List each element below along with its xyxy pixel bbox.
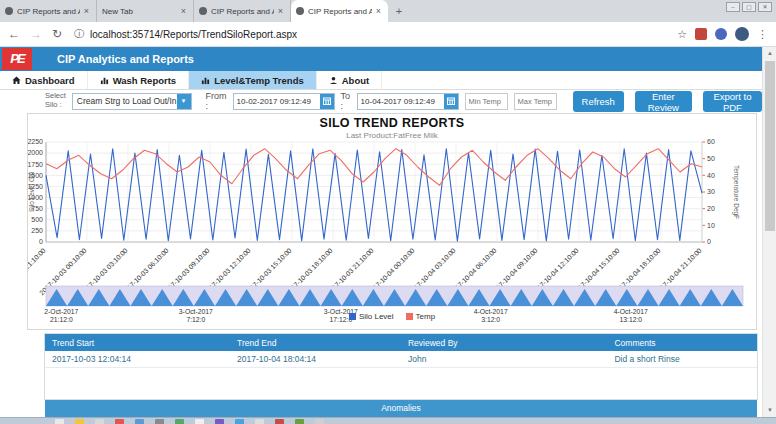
maximize-icon[interactable]: ▢ xyxy=(742,2,756,12)
taskbar-app-icon[interactable] xyxy=(235,419,244,424)
person-icon xyxy=(329,76,338,85)
filter-controls: Select Silo : Cream Strg to Load Out/In … xyxy=(0,90,762,112)
chart-panel: SILO TREND REPORTS Last Product:FatFree … xyxy=(27,113,757,330)
nav-tab-about[interactable]: About xyxy=(317,71,382,89)
taskbar-app-icon[interactable] xyxy=(255,419,264,424)
to-date-field[interactable] xyxy=(357,93,459,110)
from-date-input[interactable] xyxy=(234,97,320,106)
taskbar-app-icon[interactable] xyxy=(215,419,224,424)
browser-toolbar: ← → ↻ ⓘ localhost:35714/Reports/TrendSil… xyxy=(0,22,776,47)
legend-label: Silo Level xyxy=(359,312,394,321)
to-date-input[interactable] xyxy=(358,97,444,106)
page-scrollbar[interactable]: ▲ ▼ xyxy=(762,47,776,417)
bookmark-star-icon[interactable]: ☆ xyxy=(677,28,687,41)
chevron-down-icon[interactable]: ▼ xyxy=(177,94,191,109)
taskbar-app-icon[interactable] xyxy=(135,419,144,424)
from-label: From : xyxy=(206,91,227,111)
min-temp-field[interactable] xyxy=(465,93,508,110)
taskbar-app-icon[interactable] xyxy=(55,419,64,424)
anomalies-section-header[interactable]: Anomalies xyxy=(45,400,757,417)
browser-tab[interactable]: CIP Reports and Activity Reports× xyxy=(291,0,388,22)
tab-title: New Tab xyxy=(102,7,177,16)
taskbar-app-icon[interactable] xyxy=(275,419,284,424)
taskbar-app-icon[interactable] xyxy=(195,419,204,424)
tab-title: CIP Reports and Activity Reports xyxy=(17,7,80,16)
tab-close-icon[interactable]: × xyxy=(276,7,285,16)
nav-tab-wash-reports[interactable]: Wash Reports xyxy=(88,71,190,89)
legend-item[interactable]: Silo Level xyxy=(349,312,394,321)
toolbar-right: ☆ ⋮ xyxy=(677,27,768,41)
bar-chart-icon xyxy=(201,76,210,85)
select-silo-label: Select Silo : xyxy=(45,92,66,109)
browser-tab[interactable]: CIP Reports and Activity Reports× xyxy=(0,0,97,22)
extension-icon[interactable] xyxy=(695,28,707,40)
taskbar-app-icon[interactable] xyxy=(315,419,324,424)
minimize-icon[interactable]: – xyxy=(726,2,740,12)
browser-tab[interactable]: New Tab× xyxy=(97,0,194,22)
nav-tab-level-temp-trends[interactable]: Level&Temp Trends xyxy=(189,71,317,89)
scroll-down-icon[interactable]: ▼ xyxy=(763,404,776,417)
tab-favicon-icon xyxy=(296,7,304,15)
scrollbar-thumb[interactable] xyxy=(765,61,775,231)
home-icon xyxy=(12,76,21,85)
svg-text:30: 30 xyxy=(707,188,715,195)
back-icon[interactable]: ← xyxy=(8,27,20,41)
nav-tab-label: About xyxy=(342,75,369,86)
legend-label: Temp xyxy=(416,312,436,321)
table-cell: John xyxy=(401,354,607,364)
export-to-pdf-button[interactable]: Export to PDF xyxy=(703,91,762,112)
taskbar-app-icon[interactable] xyxy=(295,419,304,424)
taskbar-app-icon[interactable] xyxy=(95,419,104,424)
min-temp-input[interactable] xyxy=(466,97,507,106)
calendar-icon[interactable] xyxy=(444,94,458,109)
silo-trend-chart: 0250500750100012501500175020002250010203… xyxy=(28,114,758,331)
max-temp-input[interactable] xyxy=(515,97,556,106)
taskbar-app-icon[interactable] xyxy=(75,419,84,424)
table-row[interactable]: 2017-10-03 12:04:142017-10-04 18:04:14Jo… xyxy=(45,351,757,368)
nav-tab-label: Dashboard xyxy=(25,75,75,86)
tab-title: CIP Reports and Activity Reports xyxy=(211,7,274,16)
browser-menu-icon[interactable]: ⋮ xyxy=(757,28,768,41)
windows-taskbar[interactable] xyxy=(0,417,776,424)
enter-review-button[interactable]: Enter Review xyxy=(635,91,692,112)
svg-text:1750: 1750 xyxy=(28,161,43,168)
taskbar-app-icon[interactable] xyxy=(175,419,184,424)
app-header: PE CIP Analytics and Reports xyxy=(0,47,762,71)
extension-icon[interactable] xyxy=(715,28,727,40)
url-text[interactable]: localhost:35714/Reports/TrendSiloReport.… xyxy=(90,29,297,40)
window-controls: – ▢ ✕ xyxy=(726,2,772,12)
legend-item[interactable]: Temp xyxy=(406,312,436,321)
table-cell: Did a short Rinse xyxy=(607,354,757,364)
close-icon[interactable]: ✕ xyxy=(758,2,772,12)
svg-text:40: 40 xyxy=(707,172,715,179)
svg-text:10: 10 xyxy=(707,222,715,229)
legend-swatch xyxy=(406,313,413,320)
tab-close-icon[interactable]: × xyxy=(374,7,383,16)
profile-avatar[interactable] xyxy=(735,27,749,41)
forward-icon[interactable]: → xyxy=(30,27,42,41)
review-table: Trend StartTrend EndReviewed ByComments2… xyxy=(45,334,757,368)
table-header-cell: Comments xyxy=(607,338,757,348)
refresh-icon[interactable]: ↻ xyxy=(52,27,62,41)
svg-text:60: 60 xyxy=(707,138,715,145)
browser-tab[interactable]: CIP Reports and Activity Reports× xyxy=(194,0,291,22)
max-temp-field[interactable] xyxy=(514,93,557,110)
new-tab-button[interactable]: + xyxy=(388,0,410,22)
nav-tab-dashboard[interactable]: Dashboard xyxy=(0,71,88,89)
screen: CIP Reports and Activity Reports×New Tab… xyxy=(0,0,776,424)
tab-title: CIP Reports and Activity Reports xyxy=(308,7,372,16)
tab-close-icon[interactable]: × xyxy=(179,7,188,16)
calendar-icon[interactable] xyxy=(320,94,334,109)
svg-text:2000: 2000 xyxy=(28,149,43,156)
address-bar[interactable]: ⓘ localhost:35714/Reports/TrendSiloRepor… xyxy=(74,27,669,41)
silo-select[interactable]: Cream Strg to Load Out/In ▼ xyxy=(72,93,192,110)
refresh-button[interactable]: Refresh xyxy=(573,91,624,112)
tab-close-icon[interactable]: × xyxy=(82,7,91,16)
scroll-up-icon[interactable]: ▲ xyxy=(763,47,776,60)
svg-text:500: 500 xyxy=(31,216,43,223)
taskbar-app-icon[interactable] xyxy=(115,419,124,424)
from-date-field[interactable] xyxy=(233,93,335,110)
taskbar-app-icon[interactable] xyxy=(155,419,164,424)
svg-text:0: 0 xyxy=(39,238,43,245)
page-info-icon[interactable]: ⓘ xyxy=(74,27,84,41)
